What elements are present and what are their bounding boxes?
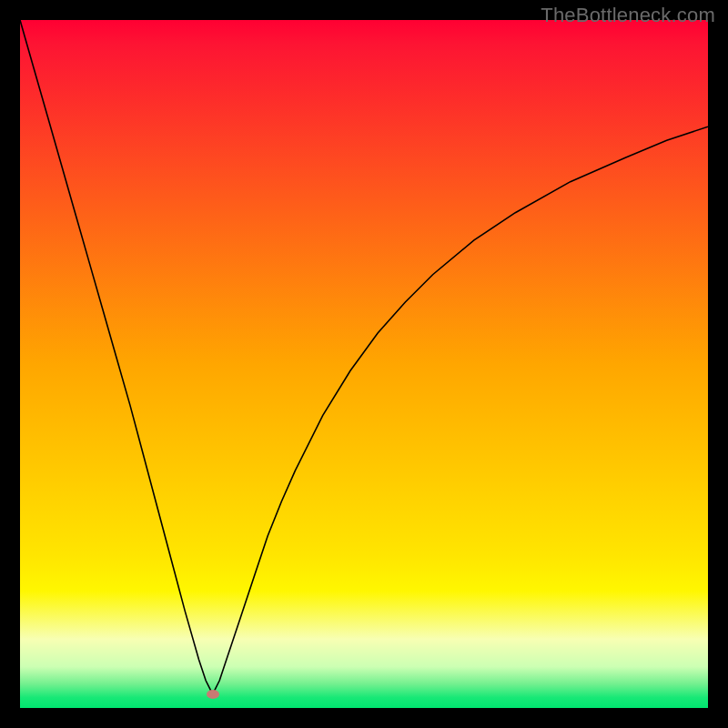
watermark-text: TheBottleneck.com [541,4,715,27]
bottleneck-curve [20,20,708,708]
chart-frame: TheBottleneck.com [0,0,728,728]
notch-dot [207,690,219,699]
plot-area [20,20,708,708]
